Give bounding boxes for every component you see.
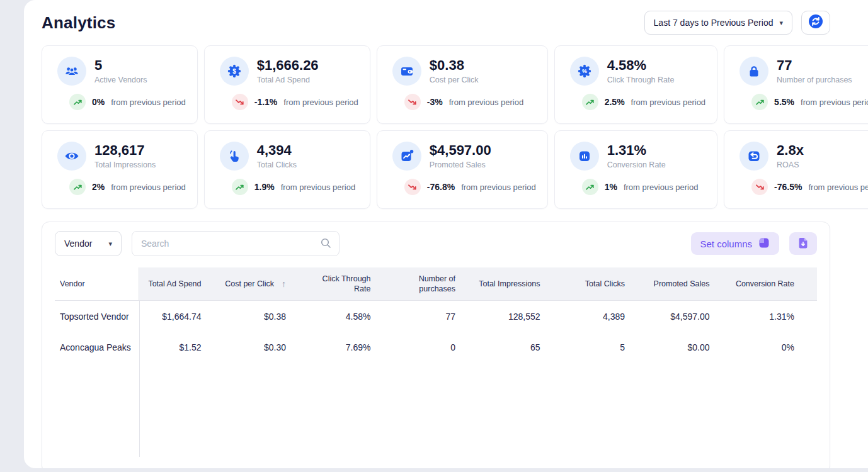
table-controls: Vendor ▾ Set columns [55,231,817,256]
kpi-value: 128,617 [94,143,156,158]
page-header: Analytics Last 7 days to Previous Period… [42,9,830,37]
trend-value: -76.8% [427,182,455,192]
column-header-total-clicks[interactable]: Total Clicks [563,267,648,300]
kpi-card-number-of-purchases: 77 Number of purchases 5.5% from previou… [724,45,868,124]
refresh-icon [808,13,824,32]
kpi-card-conversion-rate: 1.31% Conversion Rate 1% from previous p… [554,130,717,209]
sort-ascending-icon: ↑ [282,278,286,289]
cell-cost-per-click: $0.38 [224,301,309,332]
trend-down-icon [404,94,421,110]
kpi-value: $1,666.26 [257,58,319,73]
trend-up-icon [582,179,598,195]
cell-total-clicks: 4,389 [563,301,648,332]
trend-value: 1.9% [254,182,275,192]
trend-caption: from previous period [808,183,868,192]
table-row[interactable]: Aconcagua Peaks $1.52 $0.30 7.69% 0 65 5… [55,332,817,362]
refresh-button[interactable] [801,11,830,35]
column-header-click-through-rate[interactable]: Click Through Rate [309,267,394,300]
kpi-value: 2.8x [777,143,804,158]
trend-caption: from previous period [801,98,868,107]
wallet-icon [392,57,421,86]
trend-down-icon [404,179,421,195]
column-header-vendor[interactable]: Vendor [55,267,139,300]
kpi-card-total-impressions: 128,617 Total Impressions 2% from previo… [42,130,198,209]
column-header-total-impressions[interactable]: Total Impressions [478,267,563,300]
kpi-label: Total Impressions [94,160,156,169]
trend-caption: from previous period [449,98,524,107]
trend-value: 1% [605,182,617,192]
users-icon [57,57,86,86]
search-icon [319,237,332,252]
cell-promoted-sales: $0.00 [648,332,733,362]
dollar-badge-icon: $ [220,57,249,86]
column-header-number-of-purchases[interactable]: Number of purchases [394,267,479,300]
kpi-value: $0.38 [430,58,479,73]
eye-icon [57,142,86,171]
kpi-value: 4.58% [607,58,675,73]
set-columns-label: Set columns [700,239,752,249]
tap-icon [220,142,249,171]
chevron-down-icon: ▾ [108,240,112,248]
kpi-label: Number of purchases [777,76,852,84]
kpi-value: 77 [777,58,852,73]
analytics-panel: Analytics Last 7 days to Previous Period… [24,0,868,468]
kpi-label: ROAS [777,160,804,169]
trend-caption: from previous period [111,183,186,192]
column-header-cost-per-click[interactable]: Cost per Click↑ [224,267,309,300]
kpi-label: Conversion Rate [607,160,666,169]
kpi-label: Total Clicks [257,160,297,169]
column-header-total-ad-spend[interactable]: Total Ad Spend [139,267,224,300]
vendor-table: Vendor Total Ad Spend Cost per Click↑ Cl… [55,267,817,457]
kpi-label: Cost per Click [430,76,479,84]
kpi-label: Click Through Rate [607,76,675,84]
search-box [132,231,340,256]
trend-caption: from previous period [631,98,706,107]
export-button[interactable] [789,232,817,255]
chevron-down-icon: ▾ [779,19,783,27]
trend-down-icon [751,179,768,195]
cell-conversion-rate: 1.31% [733,301,818,332]
kpi-card-click-through-rate: % 4.58% Click Through Rate 2.5% from pre… [554,45,717,124]
columns-icon [758,237,770,251]
trend-caption: from previous period [624,183,699,192]
cell-total-ad-spend: $1.52 [139,332,224,362]
cell-vendor: Aconcagua Peaks [55,332,139,362]
kpi-card-total-ad-spend: $ $1,666.26 Total Ad Spend -1.1% from pr… [204,45,370,124]
filter-type-select[interactable]: Vendor ▾ [55,231,122,256]
vendor-table-card: Vendor ▾ Set columns [42,222,830,472]
search-input[interactable] [132,231,340,256]
set-columns-button[interactable]: Set columns [691,232,779,255]
column-header-conversion-rate[interactable]: Conversion Rate [733,267,818,300]
return-arrow-icon [740,142,768,171]
cell-total-impressions: 65 [478,332,563,362]
cell-click-through-rate: 7.69% [309,332,394,362]
kpi-card-grid: 5 Active Vendors 0% from previous period… [42,45,830,209]
trend-caption: from previous period [461,183,536,192]
trend-value: -76.5% [774,182,802,192]
trend-caption: from previous period [283,98,358,107]
kpi-label: Total Ad Spend [257,76,319,84]
svg-text:%: % [582,68,587,74]
trend-chart-icon [392,142,421,171]
kpi-card-roas: 2.8x ROAS -76.5% from previous period [724,130,868,209]
cell-conversion-rate: 0% [733,332,818,362]
kpi-card-total-clicks: 4,394 Total Clicks 1.9% from previous pe… [204,130,370,209]
filter-type-label: Vendor [64,239,92,249]
trend-caption: from previous period [111,98,186,107]
column-header-promoted-sales[interactable]: Promoted Sales [648,267,733,300]
cell-total-ad-spend: $1,664.74 [139,301,224,332]
kpi-card-cost-per-click: $0.38 Cost per Click -3% from previous p… [377,45,548,124]
kpi-value: 1.31% [607,143,666,158]
table-row[interactable]: Topsorted Vendor $1,664.74 $0.38 4.58% 7… [55,301,817,332]
trend-value: 5.5% [774,97,794,107]
cell-vendor: Topsorted Vendor [55,301,139,332]
kpi-value: 5 [94,58,147,73]
period-selector[interactable]: Last 7 days to Previous Period ▾ [644,11,792,35]
cell-click-through-rate: 4.58% [309,301,394,332]
kpi-card-active-vendors: 5 Active Vendors 0% from previous period [42,45,198,124]
cell-number-of-purchases: 0 [394,332,479,362]
table-actions: Set columns [691,232,817,255]
kpi-value: $4,597.00 [430,143,491,158]
trend-up-icon [582,94,598,110]
kpi-label: Active Vendors [94,76,147,84]
